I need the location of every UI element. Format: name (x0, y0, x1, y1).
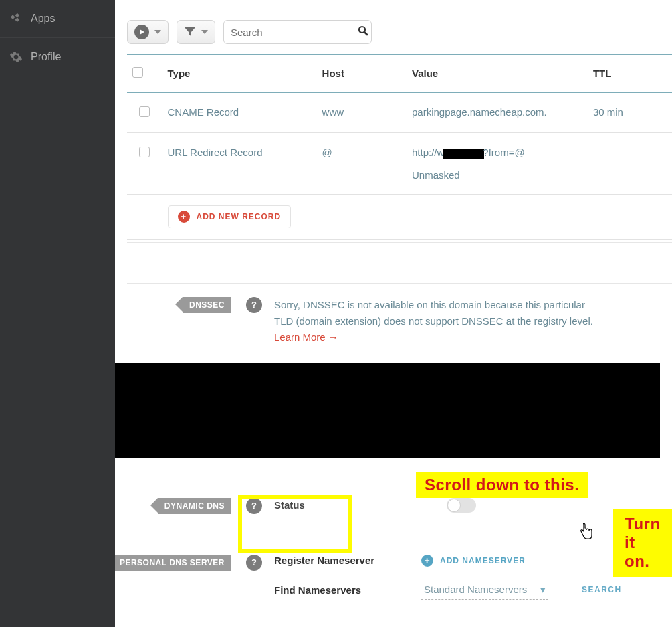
cell-ttl[interactable]: 30 min (588, 92, 672, 133)
dns-records-table: Type Host Value TTL CNAME Record www par… (127, 54, 672, 240)
cell-ttl[interactable] (588, 133, 672, 195)
col-header-type[interactable]: Type (162, 54, 317, 92)
records-toolbar (127, 0, 672, 54)
add-label: ADD NEW RECORD (197, 212, 282, 221)
add-row: + ADD NEW RECORD (127, 194, 672, 239)
plus-icon: + (421, 555, 433, 567)
gear-icon (9, 50, 23, 64)
add-new-record-button[interactable]: + ADD NEW RECORD (168, 205, 292, 228)
chevron-down-icon (154, 30, 161, 34)
sidebar: Apps Profile (0, 0, 115, 627)
dynamic-dns-tag: DYNAMIC DNS (158, 498, 231, 514)
select-all-checkbox[interactable] (132, 67, 143, 78)
cell-value[interactable]: http://w?from=@ Unmasked (407, 133, 588, 195)
apps-icon (9, 12, 23, 25)
search-box[interactable] (223, 20, 372, 44)
status-toggle[interactable] (447, 498, 476, 513)
filter-icon (184, 27, 196, 37)
value-text: ?from=@ (483, 147, 524, 158)
value-line2: Unmasked (412, 169, 582, 181)
select-value: Standard Nameservers (424, 584, 527, 595)
sidebar-item-label: Apps (31, 13, 55, 25)
annotation-turn-on: Turn it on. (613, 509, 672, 577)
dynamic-dns-section: DYNAMIC DNS ? Status (127, 484, 672, 521)
search-input[interactable] (231, 27, 358, 38)
dnssec-message: Sorry, DNSSEC is not available on this d… (274, 297, 595, 345)
sidebar-item-label: Profile (31, 51, 61, 63)
plus-icon: + (178, 211, 190, 223)
annotation-scroll: Scroll down to this. (416, 472, 588, 498)
value-text: http://w (412, 147, 444, 158)
filter-dropdown-button[interactable] (177, 20, 215, 44)
redacted-block (443, 149, 484, 159)
toggle-knob (447, 499, 461, 512)
sidebar-item-apps[interactable]: Apps (0, 0, 115, 38)
dnssec-section: DNSSEC ? Sorry, DNSSEC is not available … (127, 283, 672, 352)
personal-dns-section: PERSONAL DNS SERVER ? Register Nameserve… (127, 541, 672, 606)
nameserver-select[interactable]: Standard Nameservers ▾ (421, 580, 548, 600)
dnssec-tag: DNSSEC (183, 297, 231, 313)
table-row: URL Redirect Record @ http://w?from=@ Un… (127, 133, 672, 195)
cell-type[interactable]: URL Redirect Record (162, 133, 317, 195)
svg-line-1 (364, 32, 367, 35)
chevron-down-icon (201, 30, 208, 34)
row-checkbox[interactable] (139, 106, 150, 117)
cell-host[interactable]: @ (317, 133, 407, 195)
main-content: Type Host Value TTL CNAME Record www par… (115, 0, 672, 627)
table-row: CNAME Record www parkingpage.namecheap.c… (127, 92, 672, 133)
cell-value[interactable]: parkingpage.namecheap.com. (407, 92, 588, 133)
col-header-ttl[interactable]: TTL (588, 54, 672, 92)
redacted-band (115, 363, 660, 458)
add-nameserver-button[interactable]: + ADD NAMESERVER (421, 555, 526, 567)
help-icon[interactable]: ? (246, 297, 262, 313)
cell-type[interactable]: CNAME Record (162, 92, 317, 133)
chevron-down-icon: ▾ (540, 584, 546, 596)
sidebar-item-profile[interactable]: Profile (0, 38, 115, 76)
find-nameservers-label: Find Nameservers (274, 584, 408, 596)
dnssec-text-body: Sorry, DNSSEC is not available on this d… (274, 299, 593, 327)
play-dropdown-button[interactable] (127, 20, 169, 44)
personal-dns-tag: PERSONAL DNS SERVER (115, 555, 231, 571)
col-header-value[interactable]: Value (407, 54, 588, 92)
play-icon (134, 25, 149, 39)
learn-more-link[interactable]: Learn More → (274, 331, 338, 343)
search-nameservers-button[interactable]: SEARCH (582, 585, 622, 594)
cell-host[interactable]: www (317, 92, 407, 133)
help-icon[interactable]: ? (246, 555, 262, 571)
row-checkbox[interactable] (139, 147, 150, 157)
register-nameserver-label: Register Nameserver (274, 555, 408, 566)
search-icon[interactable] (358, 25, 368, 39)
annotation-highlight-box (238, 495, 352, 553)
add-nameserver-label: ADD NAMESERVER (440, 556, 526, 565)
col-header-host[interactable]: Host (317, 54, 407, 92)
